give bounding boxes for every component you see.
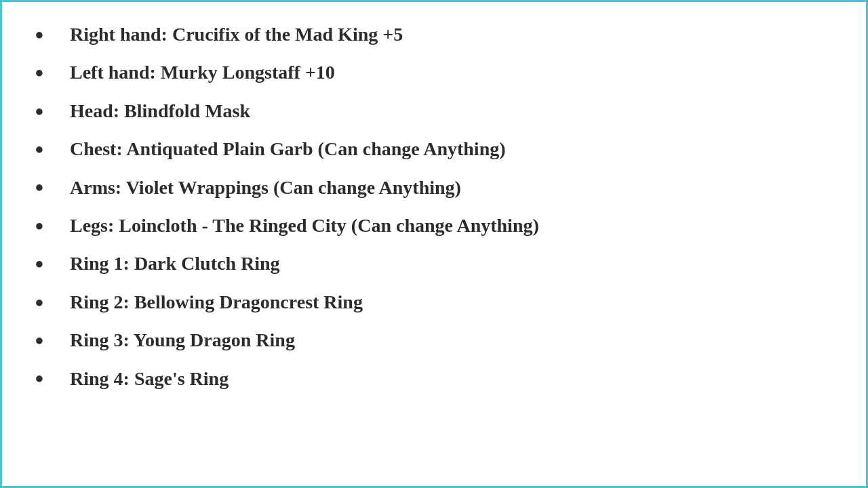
item-text-right-hand: Right hand: Crucifix of the Mad King +5 [70,22,403,47]
equipment-list: Right hand: Crucifix of the Mad King +5L… [29,16,839,398]
list-item-ring1: Ring 1: Dark Clutch Ring [29,245,839,283]
list-item-ring2: Ring 2: Bellowing Dragoncrest Ring [29,283,839,321]
item-text-arms: Arms: Violet Wrappings (Can change Anyth… [70,176,461,200]
item-text-chest: Chest: Antiquated Plain Garb (Can change… [70,137,506,161]
item-text-ring2: Ring 2: Bellowing Dragoncrest Ring [70,290,363,314]
list-item-chest: Chest: Antiquated Plain Garb (Can change… [29,130,839,168]
item-text-ring4: Ring 4: Sage's Ring [70,367,229,391]
item-text-left-hand: Left hand: Murky Longstaff +10 [70,60,335,85]
item-text-legs: Legs: Loincloth - The Ringed City (Can c… [70,214,539,238]
list-item-arms: Arms: Violet Wrappings (Can change Anyth… [29,169,839,207]
list-item-left-hand: Left hand: Murky Longstaff +10 [29,54,839,92]
item-text-ring1: Ring 1: Dark Clutch Ring [70,251,280,276]
list-item-ring3: Ring 3: Young Dragon Ring [29,321,839,359]
list-item-head: Head: Blindfold Mask [29,92,839,130]
main-content: Right hand: Crucifix of the Mad King +5L… [2,2,866,411]
list-item-right-hand: Right hand: Crucifix of the Mad King +5 [29,16,839,54]
item-text-head: Head: Blindfold Mask [70,99,250,123]
list-item-ring4: Ring 4: Sage's Ring [29,360,839,398]
item-text-ring3: Ring 3: Young Dragon Ring [70,328,295,352]
list-item-legs: Legs: Loincloth - The Ringed City (Can c… [29,207,839,245]
